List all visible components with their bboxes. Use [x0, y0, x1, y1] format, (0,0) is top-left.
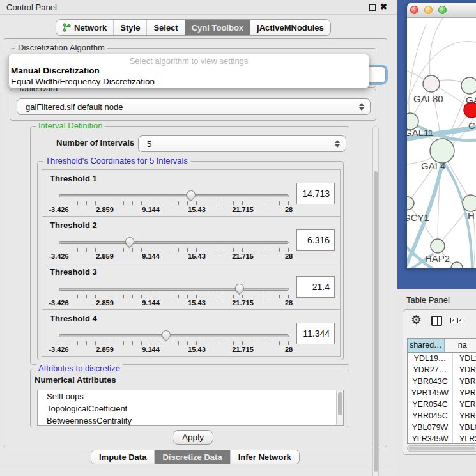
list-item[interactable]: BetweennessCentrality	[38, 415, 343, 426]
tab-discretize-data[interactable]: Discretize Data	[155, 450, 230, 464]
tab-cyni-toolbox[interactable]: Cyni Toolbox	[185, 20, 250, 35]
slider-thumb[interactable]	[160, 328, 173, 341]
network-window-titlebar	[407, 3, 476, 18]
node-label: HAP2	[425, 253, 450, 264]
float-window-icon[interactable]	[369, 4, 376, 11]
table-row[interactable]: YBL079WYBL0	[408, 422, 476, 433]
tab-jactivemnodules[interactable]: jActiveMNodules	[250, 20, 330, 35]
table-horizontal-scrollbar[interactable]	[407, 445, 476, 452]
minimize-traffic-light[interactable]	[424, 6, 433, 14]
tab-style-label: Style	[120, 23, 140, 33]
threshold-2-slider[interactable]: -3.426 2.859 9.144 15.43 21.715 28	[59, 236, 289, 261]
checkbox-icon[interactable]: ✓	[450, 318, 456, 323]
zoom-traffic-light[interactable]	[438, 6, 447, 14]
settings-scrollbar[interactable]	[372, 126, 379, 476]
threshold-4-value-field[interactable]: 11.344	[296, 323, 335, 344]
table-row[interactable]: YDL19…YDL1	[408, 353, 476, 364]
threshold-4-row: Threshold 4 -3.426 2.859 9.144 15.43 21.…	[42, 309, 341, 357]
column-layout-icon[interactable]	[431, 316, 442, 326]
tab-discretize-data-label: Discretize Data	[162, 452, 222, 462]
scale-label: 15.43	[188, 206, 206, 213]
table-row[interactable]: YPR145WYPR1	[408, 387, 476, 399]
algorithm-option-manual[interactable]: Manual Discretization	[11, 66, 100, 75]
table-row[interactable]: YER054CYER0	[408, 399, 476, 410]
tab-cyni-toolbox-label: Cyni Toolbox	[192, 23, 243, 33]
tab-network[interactable]: Network	[56, 20, 114, 35]
bottom-tab-bar: Impute Data Discretize Data Infer Networ…	[91, 450, 300, 464]
slider-scale: -3.426 2.859 9.144 15.43 21.715 28	[59, 206, 289, 215]
slider-track	[59, 241, 289, 244]
close-traffic-light[interactable]	[410, 6, 418, 14]
number-of-intervals-combo[interactable]: 5	[138, 135, 346, 152]
tab-select[interactable]: Select	[147, 20, 185, 35]
scale-label: 2.859	[96, 299, 114, 307]
list-item[interactable]: TopologicalCoefficient	[38, 403, 343, 415]
node-gal4	[430, 139, 454, 163]
list-item[interactable]: SelfLoops	[38, 390, 343, 403]
network-graph: GAL80 GA C GAL11 GAL4 GCY1 H HAP2	[407, 18, 476, 268]
threshold-2-value-field[interactable]: 6.316	[296, 229, 335, 251]
cell: YBR0	[453, 410, 476, 422]
tab-impute-data-label: Impute Data	[99, 452, 146, 462]
slider-thumb[interactable]	[185, 188, 197, 201]
scale-label: 21.715	[232, 346, 254, 353]
number-of-intervals-value: 5	[147, 139, 151, 149]
tab-impute-data[interactable]: Impute Data	[91, 450, 155, 464]
cell: YBL079W	[408, 422, 453, 433]
slider-thumb[interactable]	[233, 282, 246, 295]
scale-label: 28	[285, 206, 293, 213]
table-row[interactable]: YDR27…YDR2	[408, 364, 476, 376]
threshold-4-slider[interactable]: -3.426 2.859 9.144 15.43 21.715 28	[59, 329, 289, 355]
table-panel-box: ⚙ ✓ ✓ shared… na YDL19…YDL1 YDR27…YDR2 Y…	[403, 309, 476, 455]
scale-label: 9.144	[142, 346, 160, 353]
table-row[interactable]: YBR043CYBR0	[408, 376, 476, 387]
threshold-3-slider[interactable]: -3.426 2.859 9.144 15.43 21.715 28	[59, 282, 289, 308]
list-scrollbar-thumb[interactable]	[338, 392, 342, 415]
algorithm-option-equal-width[interactable]: Equal Width/Frequency Discretization	[11, 77, 155, 86]
slider-ticks	[59, 201, 289, 205]
scale-label: 9.144	[142, 206, 160, 213]
cell: YPR145W	[408, 387, 453, 399]
threshold-1-value-field[interactable]: 14.713	[296, 183, 335, 204]
control-panel: Control Panel ✖ Network Style	[0, 0, 397, 476]
tab-jactivemnodules-label: jActiveMNodules	[257, 23, 324, 33]
scale-label: 21.715	[232, 206, 254, 213]
scale-label: 2.859	[96, 252, 114, 260]
apply-button[interactable]: Apply	[173, 430, 213, 445]
attributes-group-title: Attributes to discretize	[36, 364, 123, 373]
slider-thumb[interactable]	[123, 235, 136, 248]
close-icon[interactable]: ✖	[380, 2, 387, 12]
list-scrollbar[interactable]	[336, 390, 343, 425]
node-label: GAL4	[421, 160, 445, 171]
thresholds-group: Threshold's Coordinates for 5 Intervals …	[37, 161, 344, 360]
scale-label: 28	[285, 252, 293, 260]
threshold-1-row: Threshold 1 -3.426 2.859 9.144 15.43 21.…	[42, 169, 341, 217]
tab-infer-network[interactable]: Infer Network	[231, 450, 299, 464]
checkbox-icon[interactable]: ✓	[457, 318, 463, 323]
column-header-name[interactable]: na	[445, 339, 476, 352]
table-data-combo[interactable]: galFiltered.sif default node	[17, 98, 371, 115]
scale-label: -3.426	[49, 299, 68, 307]
tab-style[interactable]: Style	[114, 20, 147, 35]
thresholds-group-title: Threshold's Coordinates for 5 Intervals	[43, 156, 190, 165]
table-panel-title: Table Panel	[406, 295, 450, 305]
threshold-3-value-field[interactable]: 21.4	[296, 276, 335, 298]
gear-icon[interactable]: ⚙	[411, 314, 422, 326]
node-label: C	[468, 120, 475, 131]
settings-scrollbar-thumb[interactable]	[374, 171, 378, 472]
node-label: GCY1	[407, 212, 429, 223]
slider-ticks	[59, 341, 289, 345]
slider-ticks	[59, 248, 289, 252]
scale-label: -3.426	[49, 346, 68, 353]
scale-label: -3.426	[49, 252, 68, 260]
table-scrollbar-thumb[interactable]	[409, 447, 475, 450]
table-row[interactable]: YBR045CYBR0	[408, 410, 476, 422]
table-row[interactable]: YLR345WYLR3	[408, 433, 476, 444]
node-hap2	[431, 239, 445, 253]
network-window: GAL80 GA C GAL11 GAL4 GCY1 H HAP2	[407, 3, 476, 268]
node-table: shared… na YDL19…YDL1 YDR27…YDR2 YBR043C…	[407, 338, 476, 444]
threshold-1-slider[interactable]: -3.426 2.859 9.144 15.43 21.715 28	[59, 189, 289, 215]
column-header-shared-name[interactable]: shared…	[408, 339, 445, 352]
network-canvas[interactable]: GAL80 GA C GAL11 GAL4 GCY1 H HAP2	[407, 18, 476, 268]
scale-label: 9.144	[142, 252, 160, 260]
